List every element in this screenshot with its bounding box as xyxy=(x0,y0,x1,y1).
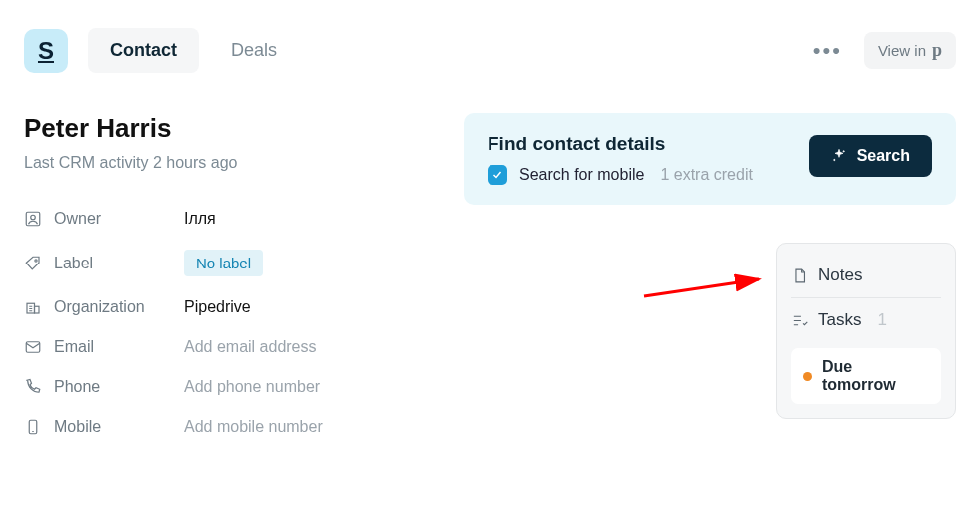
field-value-mobile[interactable]: Add mobile number xyxy=(184,418,424,436)
svg-rect-4 xyxy=(35,306,40,313)
field-label-label: Label xyxy=(24,255,184,272)
find-panel-title: Find contact details xyxy=(488,133,753,155)
side-card: Notes Tasks 1 Due tomorrow xyxy=(776,243,956,419)
contact-name: Peter Harris xyxy=(24,113,424,144)
search-mobile-checkbox[interactable] xyxy=(488,165,507,185)
main-tabs: Contact Deals xyxy=(88,28,299,73)
app-logo[interactable]: S xyxy=(24,29,68,73)
tag-icon xyxy=(24,255,42,272)
due-status-dot-icon xyxy=(803,372,812,381)
field-value-organization[interactable]: Pipedrive xyxy=(184,298,424,316)
tasks-icon xyxy=(791,312,808,329)
svg-point-2 xyxy=(35,259,37,261)
email-icon xyxy=(24,338,42,356)
search-button-label: Search xyxy=(857,147,910,165)
field-value-email[interactable]: Add email address xyxy=(184,338,424,356)
last-activity-text: Last CRM activity 2 hours ago xyxy=(24,154,424,172)
view-in-button[interactable]: View in p xyxy=(864,32,956,69)
tasks-tab[interactable]: Tasks 1 xyxy=(791,302,941,338)
notes-icon xyxy=(791,267,808,284)
field-label-email: Email xyxy=(24,338,184,356)
notes-tab[interactable]: Notes xyxy=(791,258,941,293)
mobile-icon xyxy=(24,418,42,436)
tab-contact[interactable]: Contact xyxy=(88,28,199,73)
svg-point-1 xyxy=(31,215,36,220)
field-label-mobile: Mobile xyxy=(24,418,184,436)
view-in-label: View in xyxy=(878,42,926,59)
find-contact-panel: Find contact details Search for mobile 1… xyxy=(464,113,956,205)
due-tomorrow-badge[interactable]: Due tomorrow xyxy=(791,348,941,404)
sparkle-icon xyxy=(831,148,847,164)
field-label-phone: Phone xyxy=(24,378,184,396)
field-value-label[interactable]: No label xyxy=(184,250,424,276)
owner-icon xyxy=(24,210,42,228)
tasks-count: 1 xyxy=(877,310,886,330)
svg-rect-5 xyxy=(26,342,40,353)
field-label-organization: Organization xyxy=(24,298,184,316)
notes-label: Notes xyxy=(818,265,862,285)
field-value-phone[interactable]: Add phone number xyxy=(184,378,424,396)
phone-icon xyxy=(24,378,42,396)
extra-credit-text: 1 extra credit xyxy=(660,166,752,184)
pipedrive-logo-icon: p xyxy=(932,40,942,61)
more-menu-icon[interactable]: ••• xyxy=(805,34,850,68)
svg-point-7 xyxy=(843,151,844,152)
organization-icon xyxy=(24,298,42,316)
tab-deals[interactable]: Deals xyxy=(209,28,299,73)
field-label-owner: Owner xyxy=(24,210,184,228)
header-bar: S Contact Deals ••• View in p xyxy=(0,0,980,73)
tasks-label: Tasks xyxy=(818,310,861,330)
search-mobile-label: Search for mobile xyxy=(519,166,644,184)
due-label: Due tomorrow xyxy=(822,358,929,394)
contact-details-panel: Peter Harris Last CRM activity 2 hours a… xyxy=(24,113,424,436)
field-value-owner[interactable]: Ілля xyxy=(184,210,424,228)
no-label-badge[interactable]: No label xyxy=(184,250,263,276)
svg-point-8 xyxy=(833,159,834,160)
search-button[interactable]: Search xyxy=(809,135,932,177)
